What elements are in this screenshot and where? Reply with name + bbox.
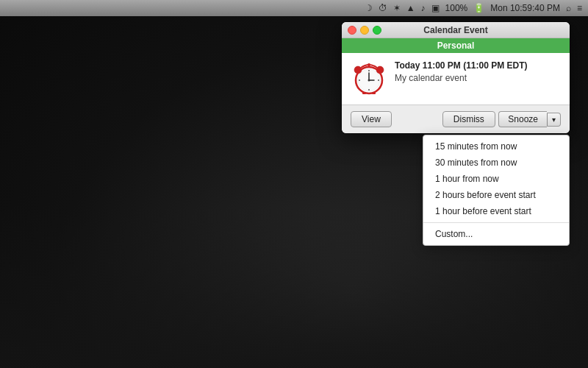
menubar: ☽ ⏱ ✶ ▲ ♪ ▣ 100% 🔋 Mon 10:59:40 PM ⌕ ≡ <box>0 0 588 16</box>
event-details: Today 11:00 PM (11:00 PM EDT) My calenda… <box>395 60 561 83</box>
svg-point-16 <box>368 63 370 66</box>
desktop: ☽ ⏱ ✶ ▲ ♪ ▣ 100% 🔋 Mon 10:59:40 PM ⌕ ≡ C… <box>0 0 588 368</box>
snooze-option-1hour-before[interactable]: 1 hour before event start <box>423 203 569 219</box>
maximize-button[interactable] <box>373 26 381 35</box>
clock-display: Mon 10:59:40 PM <box>490 3 560 13</box>
battery-percent: 100% <box>445 3 468 13</box>
snooze-option-15min[interactable]: 15 minutes from now <box>423 138 569 155</box>
close-button[interactable] <box>348 26 356 35</box>
bluetooth-icon: ✶ <box>393 3 401 13</box>
snooze-option-2hours-before[interactable]: 2 hours before event start <box>423 187 569 203</box>
event-body: Today 11:00 PM (11:00 PM EDT) My calenda… <box>342 53 570 105</box>
sleep-icon: ☽ <box>365 3 373 13</box>
snooze-arrow-button[interactable]: ▾ <box>547 113 561 127</box>
snooze-option-1hour[interactable]: 1 hour from now <box>423 171 569 187</box>
snooze-button[interactable]: Snooze <box>498 111 547 127</box>
screen-icon: ▣ <box>431 3 440 13</box>
volume-icon: ♪ <box>421 3 426 13</box>
event-category: Personal <box>342 38 570 53</box>
window-title: Calendar Event <box>423 25 487 35</box>
snooze-dropdown: 15 minutes from now 30 minutes from now … <box>423 135 570 246</box>
window-controls <box>348 26 381 35</box>
wifi-icon: ▲ <box>406 3 415 13</box>
event-name: My calendar event <box>395 73 561 83</box>
svg-rect-6 <box>362 92 366 94</box>
event-time: Today 11:00 PM (11:00 PM EDT) <box>395 60 561 71</box>
search-icon[interactable]: ⌕ <box>566 3 571 13</box>
dismiss-button[interactable]: Dismiss <box>442 111 495 127</box>
window-titlebar: Calendar Event <box>342 22 570 38</box>
snooze-divider <box>423 222 569 223</box>
view-button[interactable]: View <box>351 111 392 127</box>
snooze-option-30min[interactable]: 30 minutes from now <box>423 155 569 171</box>
battery-icon: 🔋 <box>473 3 484 13</box>
menu-icon[interactable]: ≡ <box>577 3 582 13</box>
menubar-right: ☽ ⏱ ✶ ▲ ♪ ▣ 100% 🔋 Mon 10:59:40 PM ⌕ ≡ <box>365 3 582 13</box>
snooze-container: Dismiss Snooze▾ <box>442 111 561 127</box>
calendar-event-window: Calendar Event Personal <box>342 22 570 133</box>
event-actions: View Dismiss Snooze▾ 15 minutes from now… <box>342 105 570 133</box>
time-machine-icon: ⏱ <box>379 3 387 13</box>
minimize-button[interactable] <box>360 26 369 35</box>
svg-rect-7 <box>372 92 376 94</box>
snooze-custom-option[interactable]: Custom... <box>423 226 569 242</box>
svg-point-14 <box>368 79 370 82</box>
alarm-clock-icon <box>351 60 387 97</box>
